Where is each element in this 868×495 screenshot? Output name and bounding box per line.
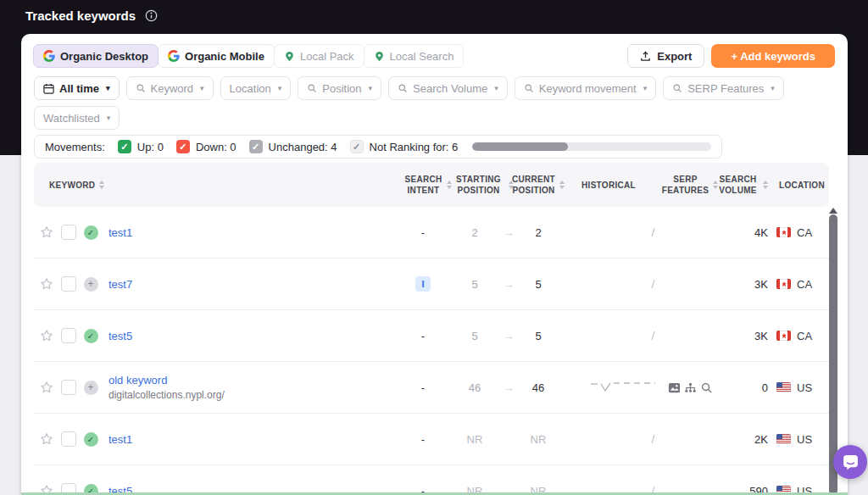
tab-organic-desktop[interactable]: Organic Desktop [33,44,159,68]
column-header-starting-position[interactable]: STARTING POSITION [449,174,517,196]
search-intent-value: - [421,330,425,342]
movement-filter-up[interactable]: ✓ Up: 0 [118,140,164,153]
column-header-keyword[interactable]: KEYWORD [49,180,407,191]
keyword-link[interactable]: test7 [108,278,132,291]
date-range-filter[interactable]: All time ▾ [34,76,120,100]
starting-position: NR [449,433,500,446]
search-icon [307,83,317,93]
country-flag [776,382,791,392]
filter-label: Location [230,82,271,95]
keyword-link[interactable]: test1 [108,226,132,239]
movements-label: Movements: [45,141,105,153]
movement-filter-down[interactable]: ✓ Down: 0 [176,140,236,153]
historical-cell [559,434,658,444]
historical-tick-icon [649,227,656,237]
search-intent-value: - [421,226,425,239]
search-volume-filter[interactable]: Search Volume ▾ [388,76,508,100]
row-checkbox[interactable] [61,328,76,343]
column-header-serp-features[interactable]: SERP FEATURES [663,174,717,196]
serp-features-cell [663,381,717,394]
keyword-filter[interactable]: Keyword ▾ [126,76,214,100]
tab-local-pack[interactable]: Local Pack [274,44,364,68]
tab-organic-mobile[interactable]: Organic Mobile [158,44,275,68]
country-flag [776,434,791,444]
historical-tick-icon [649,279,656,289]
movement-label: Up: 0 [137,141,164,153]
image-serp-icon [668,381,681,394]
arrow-right-icon: → [500,330,517,342]
starting-position: 46 [449,381,500,394]
search-volume-value: 0 [717,381,768,394]
chat-widget-button[interactable] [833,445,867,479]
tab-local-search[interactable]: Local Search [364,44,465,68]
country-code: CA [797,330,812,342]
star-icon[interactable] [36,329,58,342]
keyword-link[interactable]: test5 [108,330,132,342]
movement-label: Down: 0 [196,141,236,153]
checkbox-checked-icon[interactable]: ✓ [118,140,131,153]
arrow-right-icon: → [500,278,517,291]
historical-tick-icon [649,434,656,444]
toolbar-actions: Export + Add keywords [627,44,835,68]
column-header-search-volume[interactable]: SEARCH VOLUME [717,174,768,196]
watchlisted-filter[interactable]: Watchlisted ▾ [34,106,120,130]
location-filter[interactable]: Location ▾ [220,76,292,100]
status-icon: + [84,277,98,292]
export-button[interactable]: Export [627,44,704,68]
filter-label: Watchlisted [43,112,100,125]
tab-label: Local Search [390,50,454,63]
filter-bar-row2: Watchlisted ▾ [34,106,835,130]
filter-label: Position [322,82,361,95]
country-code: US [797,433,812,446]
row-checkbox[interactable] [61,431,76,447]
search-intent-value: - [421,433,425,446]
info-icon[interactable] [145,9,158,22]
column-header-current-position[interactable]: CURRENT POSITION [517,174,559,196]
column-header-search-intent[interactable]: SEARCH INTENT [407,174,449,196]
star-icon[interactable] [36,432,58,446]
chevron-down-icon: ▾ [278,84,282,92]
star-icon[interactable] [36,277,58,291]
movement-filter-unchanged[interactable]: ✓ Unchanged: 4 [249,140,337,153]
status-icon: ✓ [84,329,98,343]
movements-progress-fill [472,142,568,151]
current-position: 2 [517,226,559,239]
historical-sparkline [590,381,656,394]
report-type-tabs: Organic Desktop Organic Mobile Local Pac… [34,44,464,68]
row-checkbox[interactable] [61,380,76,395]
arrow-right-icon: → [500,226,517,239]
add-keywords-button[interactable]: + Add keywords [711,44,835,68]
checkbox-checked-icon[interactable]: ✓ [249,140,263,153]
google-icon [43,50,55,62]
table-row: ✓ test1 - 2 → 2 4K CA [34,207,829,259]
scroll-up-arrow-icon[interactable] [829,203,837,214]
star-icon[interactable] [36,225,58,239]
row-checkbox[interactable] [61,225,76,240]
checkbox-checked-icon[interactable]: ✓ [176,140,190,153]
movement-filter-not-ranking[interactable]: ✓ Not Ranking for: 6 [350,140,459,153]
table-row: ✓ test5 - 5 → 5 3K CA [34,310,829,362]
filter-label: Search Volume [413,82,487,95]
export-label: Export [657,50,692,63]
status-icon: ✓ [84,225,98,240]
table-row: + old keyword digitalcollections.nypl.or… [34,362,829,414]
keyword-url: digitalcollections.nypl.org/ [108,389,225,401]
chevron-down-icon: ▾ [771,84,775,92]
checkbox-checked-icon[interactable]: ✓ [350,140,364,153]
star-icon[interactable] [36,381,58,394]
current-position: 5 [517,278,559,291]
country-flag [776,227,791,237]
starting-position: 5 [449,278,500,291]
map-pin-icon [374,51,385,62]
position-filter[interactable]: Position ▾ [298,76,381,100]
chevron-down-icon: ▾ [494,84,498,92]
table-row: ✓ test1 - NR NR 2K US [34,414,829,465]
search-intent-value: - [421,381,425,394]
keyword-movement-filter[interactable]: Keyword movement ▾ [515,76,656,100]
historical-cell [559,227,658,237]
status-icon: + [84,381,98,395]
keyword-link[interactable]: test1 [108,433,132,446]
keyword-link[interactable]: old keyword [108,374,167,387]
row-checkbox[interactable] [61,276,76,292]
serp-features-filter[interactable]: SERP Features ▾ [663,76,784,100]
